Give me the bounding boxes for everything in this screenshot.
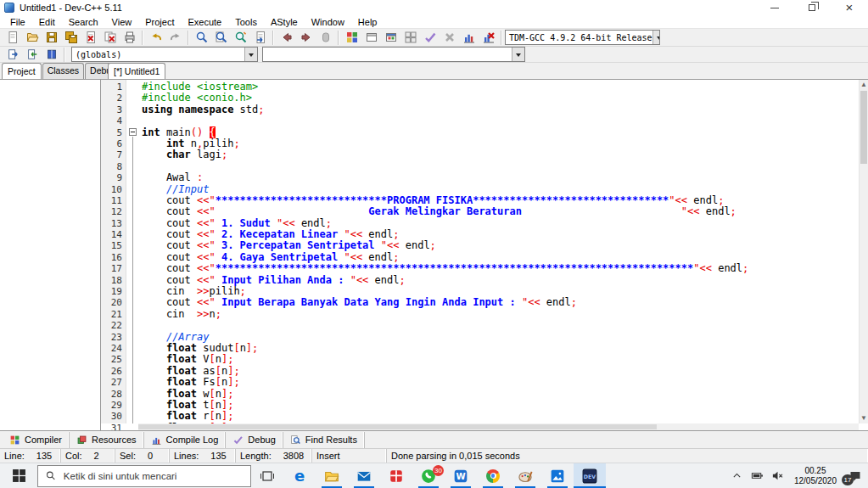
- volume-status[interactable]: [768, 463, 788, 488]
- fold-collapse-icon[interactable]: [129, 128, 137, 136]
- forward-button[interactable]: [296, 29, 316, 46]
- horizontal-scroll-thumb[interactable]: [138, 424, 657, 429]
- menu-execute[interactable]: Execute: [181, 17, 228, 27]
- scroll-up-icon[interactable]: ▲: [860, 81, 868, 89]
- undo-button[interactable]: [146, 29, 165, 46]
- tab-classes[interactable]: Classes: [42, 63, 84, 79]
- abort-button[interactable]: [440, 29, 459, 46]
- code-line[interactable]: float w[n];: [142, 389, 859, 400]
- find-button[interactable]: [192, 29, 211, 46]
- project-panel[interactable]: [0, 80, 101, 430]
- menu-search[interactable]: Search: [62, 17, 105, 27]
- close-file-button[interactable]: [81, 29, 100, 46]
- code-line[interactable]: [142, 320, 859, 331]
- code-line[interactable]: int n,pilih;: [142, 138, 859, 149]
- taskbar-app-gift[interactable]: [380, 463, 412, 488]
- code-line[interactable]: //Array: [142, 332, 859, 343]
- new-file-button[interactable]: [3, 29, 22, 46]
- replace-button[interactable]: [231, 29, 250, 46]
- restore-button[interactable]: [793, 0, 831, 15]
- code-line[interactable]: cout <<" Input Berapa Banyak Data Yang I…: [142, 297, 859, 308]
- taskbar-search[interactable]: [37, 465, 251, 487]
- syntax-check-button[interactable]: [420, 29, 440, 46]
- print-button[interactable]: [120, 29, 139, 46]
- menu-edit[interactable]: Edit: [32, 17, 62, 27]
- taskbar-app-explorer[interactable]: [316, 463, 348, 488]
- menu-file[interactable]: File: [3, 17, 32, 27]
- code-line[interactable]: char lagi;: [142, 149, 859, 160]
- members-select[interactable]: [262, 47, 525, 62]
- search-input[interactable]: [64, 471, 243, 481]
- code-line[interactable]: //Input: [142, 184, 859, 195]
- report-tab-debug[interactable]: Debug: [226, 432, 283, 448]
- menu-project[interactable]: Project: [138, 17, 181, 27]
- taskbar-app-edge[interactable]: e: [283, 463, 316, 488]
- code-line[interactable]: float t[n];: [142, 400, 859, 411]
- code-line[interactable]: cout <<"********************************…: [142, 263, 859, 274]
- goto-bookmark-button[interactable]: [42, 48, 61, 62]
- task-view-button[interactable]: [251, 463, 283, 488]
- battery-status[interactable]: [748, 463, 768, 488]
- code-line[interactable]: cout <<"****************************PROG…: [142, 195, 859, 206]
- action-center-button[interactable]: 17: [843, 463, 868, 488]
- code-line[interactable]: Awal :: [142, 172, 859, 183]
- code-line[interactable]: using namespace std;: [142, 104, 859, 115]
- editor-tab[interactable]: [*] Untitled1: [108, 63, 165, 79]
- chevron-down-icon[interactable]: [652, 31, 660, 44]
- save-button[interactable]: [42, 29, 61, 46]
- code-line[interactable]: cout <<" 4. Gaya Sentripetal "<< endl;: [142, 252, 859, 263]
- goto-line-button[interactable]: [250, 29, 270, 46]
- globals-select[interactable]: (globals): [71, 47, 258, 62]
- close-button[interactable]: ×: [831, 0, 868, 15]
- code-line[interactable]: float r[n];: [142, 411, 859, 422]
- report-tab-resources[interactable]: Resources: [70, 432, 144, 448]
- horizontal-scrollbar[interactable]: [138, 423, 859, 430]
- code-line[interactable]: cout <<" Gerak Melingkar Beraturan "<< e…: [142, 206, 859, 217]
- start-button[interactable]: [0, 463, 37, 488]
- code-line[interactable]: float V[n];: [142, 354, 859, 365]
- vertical-scrollbar[interactable]: ▲ ▼: [859, 80, 868, 423]
- open-file-button[interactable]: [22, 29, 42, 46]
- code-line[interactable]: [142, 115, 859, 126]
- code-line[interactable]: [142, 161, 859, 172]
- code-line[interactable]: cout <<" 3. Percepatan Sentripetal "<< e…: [142, 240, 859, 251]
- taskbar-app-wps[interactable]: W: [445, 463, 477, 488]
- chevron-down-icon[interactable]: [244, 48, 257, 61]
- menu-help[interactable]: Help: [351, 17, 384, 27]
- code-line[interactable]: cin >>pilih;: [142, 286, 859, 297]
- code-line[interactable]: float as[n];: [142, 366, 859, 377]
- tab-project[interactable]: Project: [2, 63, 42, 79]
- delete-profiling-button[interactable]: [479, 29, 498, 46]
- taskbar-app-whatsapp[interactable]: 30: [412, 463, 445, 488]
- code-line[interactable]: float Fs[n];: [142, 377, 859, 388]
- back-button[interactable]: [277, 29, 296, 46]
- menu-astyle[interactable]: AStyle: [264, 17, 305, 27]
- chevron-down-icon[interactable]: [512, 48, 524, 61]
- profile-button[interactable]: [459, 29, 479, 46]
- menu-tools[interactable]: Tools: [228, 17, 264, 27]
- find-in-files-button[interactable]: [211, 29, 231, 46]
- taskbar-clock[interactable]: 00.25 12/05/2020: [788, 466, 843, 485]
- toggle-bookmark-button[interactable]: [22, 48, 42, 62]
- report-tab-compiler[interactable]: Compiler: [3, 432, 70, 448]
- run-button[interactable]: [361, 29, 381, 46]
- code-line[interactable]: #include <iostream>: [142, 81, 859, 93]
- tray-expand-button[interactable]: [727, 463, 748, 488]
- scroll-down-icon[interactable]: ▼: [860, 414, 868, 423]
- insert-button[interactable]: [3, 48, 22, 62]
- save-all-button[interactable]: [61, 29, 81, 46]
- taskbar-app-chrome[interactable]: [477, 463, 509, 488]
- taskbar-app-mail[interactable]: [348, 463, 380, 488]
- vertical-scroll-thumb[interactable]: [860, 91, 867, 164]
- redo-button[interactable]: [165, 29, 185, 46]
- menu-view[interactable]: View: [105, 17, 139, 27]
- code-line[interactable]: float sudut[n];: [142, 343, 859, 354]
- compile-button[interactable]: [342, 29, 361, 46]
- minimize-button[interactable]: [756, 0, 793, 15]
- code-line[interactable]: #include <conio.h>: [142, 93, 859, 104]
- breakpoint-button[interactable]: [316, 29, 335, 46]
- taskbar-app-paint[interactable]: [509, 463, 541, 488]
- code-line[interactable]: cin >>n;: [142, 309, 859, 320]
- report-tab-compile-log[interactable]: Compile Log: [144, 432, 227, 448]
- code-line[interactable]: cout <<" Input Pilihan Anda : "<< endl;: [142, 275, 859, 286]
